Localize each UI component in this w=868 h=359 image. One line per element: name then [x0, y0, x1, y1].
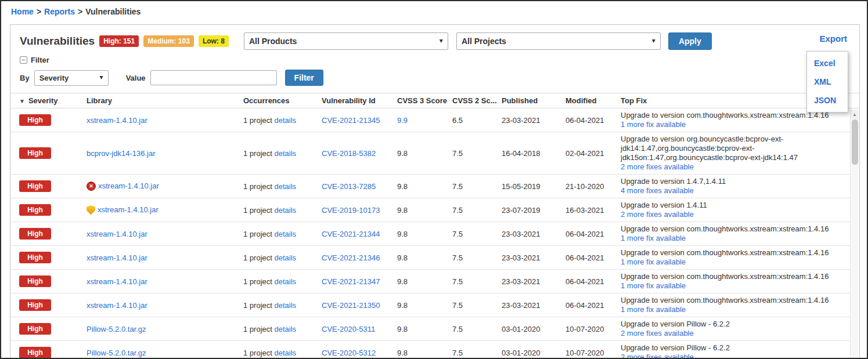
published-date: 23-03-2021 [502, 253, 541, 262]
column-header-severity[interactable]: ▼Severity [10, 93, 83, 108]
products-select[interactable]: All Products [244, 32, 448, 50]
column-header-cvss3-score[interactable]: CVSS 3 Score [394, 93, 449, 108]
more-fixes-link[interactable]: 1 more fix available [621, 258, 686, 266]
vulnerability-id-link[interactable]: CVE-2021-21346 [322, 253, 380, 262]
scrollbar-thumb[interactable] [852, 119, 858, 165]
more-fixes-link[interactable]: 2 more fixes available [621, 329, 694, 338]
column-header-vulnerability-id[interactable]: Vulnerability Id [318, 93, 394, 108]
library-link[interactable]: xstream-1.4.10.jar [87, 230, 147, 238]
vulnerability-id-link[interactable]: CVE-2021-21347 [322, 277, 380, 286]
severity-cell: High [10, 175, 83, 198]
details-link[interactable]: details [274, 277, 296, 286]
library-link[interactable]: Pillow-5.2.0.tar.gz [87, 349, 146, 357]
cvss3-score-link[interactable]: 9.9 [397, 116, 408, 125]
vulnerability-id-link[interactable]: CVE-2013-7285 [322, 182, 376, 191]
top-fix-text: Upgrade to version Pillow - 6.2.2 [621, 343, 856, 353]
vulnerability-id-link[interactable]: CVE-2020-5311 [322, 325, 375, 333]
more-fixes-row: 2 more fixes available [621, 210, 856, 219]
vulnerability-id-link[interactable]: CVE-2021-21344 [322, 230, 380, 238]
cvss2-score-cell: 7.5 [449, 175, 498, 198]
details-link[interactable]: details [274, 206, 296, 215]
more-fixes-link[interactable]: 1 more fix available [621, 234, 686, 242]
cvss3-score-cell: 9.8 [394, 222, 449, 246]
severity-cell: High [10, 198, 83, 222]
filter-section-toggle[interactable]: − Filter [20, 56, 850, 64]
details-link[interactable]: details [274, 301, 296, 310]
table-row: Highbcprov-jdk14-136.jar1 project detail… [10, 132, 859, 175]
more-fixes-link[interactable]: 2 more fixes available [621, 210, 694, 219]
library-link[interactable]: xstream-1.4.10.jar [87, 277, 147, 286]
export-excel-item[interactable]: Excel [807, 54, 848, 72]
filter-value-label: Value [126, 74, 146, 82]
export-link[interactable]: Export [819, 34, 847, 43]
more-fixes-link[interactable]: 1 more fix available [621, 305, 686, 314]
scroll-up-icon[interactable]: ▲ [851, 110, 859, 119]
table-scrollbar[interactable]: ▲ [850, 110, 859, 359]
export-xml-item[interactable]: XML [807, 72, 848, 91]
library-link[interactable]: Pillow-5.2.0.tar.gz [87, 325, 146, 333]
details-link[interactable]: details [274, 182, 296, 191]
collapse-icon[interactable]: − [20, 56, 27, 64]
table-row: Highxstream-1.4.10.jar1 project detailsC… [10, 222, 859, 246]
details-link[interactable]: details [274, 230, 296, 238]
occurrences-text: 1 project [243, 149, 274, 158]
more-fixes-link[interactable]: 2 more fixes available [621, 353, 694, 359]
column-header-modified[interactable]: Modified [562, 93, 617, 108]
filter-by-select[interactable]: Severity [34, 70, 109, 86]
table-row: Highxstream-1.4.10.jar1 project detailsC… [10, 198, 859, 222]
column-header-library[interactable]: Library [83, 93, 240, 108]
apply-button[interactable]: Apply [668, 32, 712, 50]
vulnerability-report-page: { "colors": { "link_blue": "#2a6fd2", "b… [0, 0, 868, 359]
cvss3-score: 9.8 [397, 349, 408, 357]
library-link[interactable]: xstream-1.4.10.jar [87, 301, 147, 310]
published-date: 23-07-2019 [502, 206, 541, 215]
details-link[interactable]: details [274, 253, 296, 262]
modified-cell: 06-04-2021 [562, 246, 617, 270]
library-link[interactable]: bcprov-jdk14-136.jar [87, 149, 156, 158]
vulnerability-id-link[interactable]: CVE-2020-5312 [322, 349, 376, 357]
more-fixes-link[interactable]: 4 more fixes available [621, 186, 694, 195]
library-link[interactable]: xstream-1.4.10.jar [98, 182, 159, 190]
details-link[interactable]: details [274, 116, 296, 125]
library-link[interactable]: xstream-1.4.10.jar [98, 205, 159, 214]
details-link[interactable]: details [274, 149, 296, 158]
library-link[interactable]: xstream-1.4.10.jar [87, 253, 147, 262]
occurrences-cell: 1 project details [240, 198, 318, 222]
cvss3-score-cell: 9.8 [394, 198, 449, 222]
table-row: HighPillow-5.2.0.tar.gz1 project details… [10, 317, 859, 341]
red-x-circle-icon: ✕ [87, 182, 96, 191]
cvss2-score-cell: 7.5 [449, 198, 498, 222]
library-cell: Pillow-5.2.0.tar.gz [83, 341, 240, 359]
projects-select[interactable]: All Projects [456, 32, 661, 50]
occurrences-text: 1 project [243, 206, 274, 215]
published-cell: 23-03-2021 [498, 293, 562, 317]
breadcrumb-reports-link[interactable]: Reports [44, 7, 75, 16]
severity-cell: High [10, 108, 83, 132]
more-fixes-link[interactable]: 1 more fix available [621, 120, 686, 129]
column-header-published[interactable]: Published [498, 93, 562, 108]
vulnerability-id-link[interactable]: CVE-2021-21345 [322, 116, 380, 125]
column-header-occurrences[interactable]: Occurrences [240, 93, 318, 108]
cvss3-score: 9.8 [397, 149, 408, 158]
top-fix-cell: Upgrade to version com.thoughtworks.xstr… [617, 246, 859, 270]
column-header-cvss2-score[interactable]: CVSS 2 Sc... [449, 93, 498, 108]
more-fixes-link[interactable]: 2 more fixes available [621, 162, 694, 171]
more-fixes-link[interactable]: 1 more fix available [621, 281, 686, 290]
export-json-item[interactable]: JSON [807, 91, 848, 110]
library-link[interactable]: xstream-1.4.10.jar [87, 116, 147, 125]
details-link[interactable]: details [274, 349, 296, 357]
filter-value-input[interactable] [150, 70, 277, 85]
modified-date: 06-04-2021 [566, 253, 604, 262]
details-link[interactable]: details [274, 325, 296, 333]
modified-date: 02-04-2021 [566, 149, 604, 158]
filter-button[interactable]: Filter [285, 70, 323, 86]
table-row: High✕xstream-1.4.10.jar1 project details… [10, 175, 859, 198]
top-fix-text: Upgrade to version 1.4.7,1.4.11 [621, 177, 856, 186]
vulnerability-id-link[interactable]: CVE-2018-5382 [322, 149, 376, 158]
vulnerability-id-link[interactable]: CVE-2021-21350 [322, 301, 380, 310]
vuln-table-body: Highxstream-1.4.10.jar1 project detailsC… [10, 108, 859, 359]
vulnerability-id-link[interactable]: CVE-2019-10173 [322, 206, 380, 215]
table-header-row: ▼Severity Library Occurrences Vulnerabil… [10, 93, 859, 108]
occurrences-text: 1 project [243, 325, 274, 333]
breadcrumb-home-link[interactable]: Home [11, 7, 34, 16]
